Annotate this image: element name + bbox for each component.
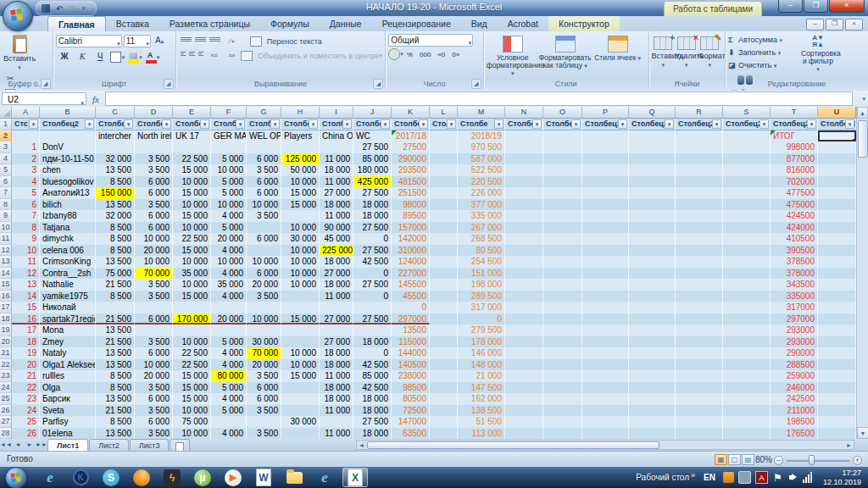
cell-E12[interactable]: 15 000 bbox=[173, 245, 211, 257]
cell-O6[interactable] bbox=[543, 176, 582, 188]
column-header-A[interactable]: A bbox=[12, 107, 40, 119]
cell-M24[interactable]: 147 500 bbox=[458, 382, 505, 394]
row-header-3[interactable]: 3 bbox=[0, 141, 12, 153]
cell-Q23[interactable] bbox=[629, 370, 676, 382]
cell-H20[interactable] bbox=[281, 336, 320, 348]
ribbon-tab-Вид[interactable]: Вид bbox=[461, 16, 498, 31]
cell-C14[interactable]: 75 000 bbox=[96, 268, 135, 280]
ribbon-tab-Разметка страницы[interactable]: Разметка страницы bbox=[159, 16, 260, 31]
cell-F28[interactable]: 4 000 bbox=[211, 428, 247, 440]
cell-U24[interactable] bbox=[818, 382, 856, 394]
start-button[interactable] bbox=[5, 467, 27, 488]
cell-E2[interactable]: UK 17 bbox=[173, 130, 211, 142]
flag-icon[interactable]: ⚑ bbox=[772, 472, 783, 483]
cell-E18[interactable]: 170 000 bbox=[173, 313, 211, 325]
cell-S6[interactable] bbox=[723, 176, 771, 188]
cell-O18[interactable] bbox=[543, 313, 582, 325]
cell-G2[interactable]: WEL OP bbox=[247, 130, 281, 142]
cell-C27[interactable]: 8 500 bbox=[96, 416, 135, 428]
cell-B23[interactable]: rullles bbox=[40, 370, 96, 382]
cell-I4[interactable]: 11 000 bbox=[320, 153, 353, 165]
cell-F8[interactable]: 10 000 bbox=[211, 199, 247, 211]
cell-U27[interactable] bbox=[818, 416, 856, 428]
cell-L21[interactable] bbox=[430, 347, 458, 359]
cell-I3[interactable] bbox=[320, 141, 353, 153]
cell-Q9[interactable] bbox=[629, 210, 676, 222]
cell-C24[interactable]: 8 500 bbox=[96, 382, 135, 394]
cell-U25[interactable] bbox=[818, 393, 856, 405]
cell-P15[interactable] bbox=[582, 279, 629, 291]
cell-F9[interactable]: 4 000 bbox=[211, 210, 247, 222]
cell-B10[interactable]: Tatjana bbox=[40, 222, 96, 234]
filter-header-H[interactable]: Столбе▾ bbox=[281, 119, 320, 130]
cell-G12[interactable] bbox=[247, 245, 281, 257]
row-header-4[interactable]: 4 bbox=[0, 153, 12, 165]
row-header-21[interactable]: 21 bbox=[0, 347, 12, 359]
cell-N14[interactable] bbox=[505, 268, 543, 280]
cell-F26[interactable]: 5 000 bbox=[211, 405, 247, 417]
cell-T8[interactable]: 475000 bbox=[771, 199, 818, 211]
cell-O23[interactable] bbox=[543, 370, 582, 382]
cell-G24[interactable]: 6 000 bbox=[247, 382, 281, 394]
cell-F5[interactable]: 10 000 bbox=[211, 164, 247, 176]
cell-A13[interactable]: 11 bbox=[12, 256, 40, 268]
column-header-D[interactable]: D bbox=[135, 107, 173, 119]
cell-M22[interactable]: 148 000 bbox=[458, 359, 505, 371]
cell-O20[interactable] bbox=[543, 336, 582, 348]
cell-B22[interactable]: Olga1 Alekseev bbox=[40, 359, 96, 371]
cell-N19[interactable] bbox=[505, 324, 543, 336]
cell-D9[interactable]: 6 000 bbox=[135, 210, 173, 222]
align-left-icon[interactable] bbox=[181, 52, 186, 59]
column-header-U[interactable]: U bbox=[818, 107, 856, 119]
cell-C8[interactable]: 13 500 bbox=[96, 199, 135, 211]
cell-T11[interactable]: 410500 bbox=[771, 233, 818, 245]
cell-K27[interactable]: 147000 bbox=[392, 416, 430, 428]
cell-S7[interactable] bbox=[723, 187, 771, 199]
cell-U5[interactable] bbox=[818, 164, 856, 176]
cell-T15[interactable]: 343500 bbox=[771, 279, 818, 291]
scroll-left-icon[interactable]: ◄ bbox=[359, 441, 364, 450]
cell-J15[interactable]: 27 500 bbox=[353, 279, 392, 291]
row-header-19[interactable]: 19 bbox=[0, 324, 12, 336]
cell-K5[interactable]: 293500 bbox=[392, 164, 430, 176]
cell-B7[interactable]: Анатолий13 bbox=[40, 187, 96, 199]
filter-dropdown-icon[interactable]: ▾ bbox=[419, 119, 428, 129]
next-sheet-icon[interactable]: ► bbox=[24, 439, 36, 451]
cell-A12[interactable]: 10 bbox=[12, 245, 40, 257]
cell-S17[interactable] bbox=[723, 302, 771, 313]
cell-U15[interactable] bbox=[818, 279, 856, 291]
toolbar-chevron-icon[interactable]: » bbox=[691, 471, 695, 480]
cell-A22[interactable]: 20 bbox=[12, 359, 40, 371]
cell-R25[interactable] bbox=[676, 393, 723, 405]
cell-L3[interactable] bbox=[430, 141, 458, 153]
align-center-icon[interactable] bbox=[189, 52, 194, 59]
ribbon-tab-Формулы[interactable]: Формулы bbox=[260, 16, 320, 31]
cell-L28[interactable] bbox=[430, 428, 458, 440]
cell-A17[interactable]: 15 bbox=[12, 302, 40, 313]
cell-T25[interactable]: 242500 bbox=[771, 393, 818, 405]
cell-U12[interactable] bbox=[818, 245, 856, 257]
ribbon-tab-Рецензирование[interactable]: Рецензирование bbox=[372, 16, 461, 31]
cell-C2[interactable]: intercher bbox=[96, 130, 135, 142]
qat-dropdown-icon[interactable]: ▾ bbox=[82, 5, 86, 12]
cell-D10[interactable]: 6 000 bbox=[135, 222, 173, 234]
acrobat-icon[interactable]: A bbox=[755, 471, 768, 484]
cell-F10[interactable]: 5 000 bbox=[211, 222, 247, 234]
filter-header-Q[interactable]: Столбец23▾ bbox=[629, 119, 676, 130]
select-all-corner[interactable] bbox=[0, 107, 12, 119]
undo-icon[interactable]: ↶ bbox=[56, 4, 63, 14]
cell-S11[interactable] bbox=[723, 233, 771, 245]
cell-O26[interactable] bbox=[543, 405, 582, 417]
row-header-24[interactable]: 24 bbox=[0, 382, 12, 394]
cell-I9[interactable]: 11 000 bbox=[320, 210, 353, 222]
cell-E25[interactable]: 15 000 bbox=[173, 393, 211, 405]
filter-dropdown-icon[interactable]: ▾ bbox=[665, 119, 674, 129]
cell-I25[interactable]: 18 000 bbox=[320, 393, 353, 405]
cell-Q6[interactable] bbox=[629, 176, 676, 188]
cell-S15[interactable] bbox=[723, 279, 771, 291]
cell-M15[interactable]: 198 000 bbox=[458, 279, 505, 291]
cell-H5[interactable]: 50 000 bbox=[281, 164, 320, 176]
filter-dropdown-icon[interactable]: ▾ bbox=[85, 119, 94, 129]
filter-header-N[interactable]: Столбец▾ bbox=[505, 119, 543, 130]
cell-O28[interactable] bbox=[543, 428, 582, 440]
